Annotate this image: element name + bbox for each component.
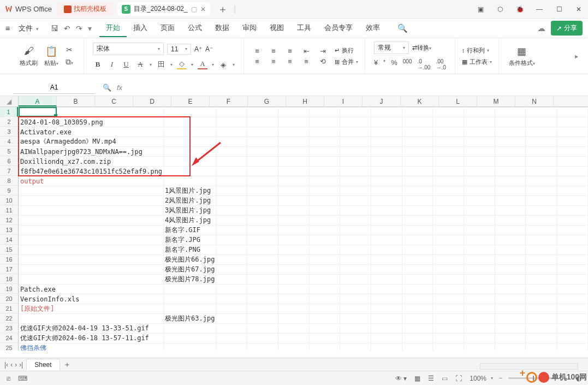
cell-E9[interactable]: [278, 186, 309, 196]
spreadsheet-grid[interactable]: ◢ ABCDEFGHIJKLMN 12345678910111213141516…: [0, 96, 588, 351]
cell-F1[interactable]: [309, 108, 340, 117]
cell-L23[interactable]: [495, 324, 526, 334]
cell-N1[interactable]: [557, 108, 588, 117]
transform-button[interactable]: ⇄转换▾: [412, 44, 431, 52]
cell-M8[interactable]: [526, 176, 557, 186]
col-header-C[interactable]: C: [95, 96, 133, 106]
cell-J24[interactable]: [433, 334, 464, 343]
cell-B1[interactable]: [164, 108, 216, 117]
cell-I1[interactable]: [402, 108, 433, 117]
cell-G11[interactable]: [340, 206, 371, 216]
cell-G4[interactable]: [340, 137, 371, 147]
cell-H14[interactable]: [371, 235, 402, 245]
cell-B11[interactable]: 3风景图片.jpg: [164, 206, 216, 216]
tab-view[interactable]: 视图: [263, 20, 290, 37]
col-header-M[interactable]: M: [477, 96, 515, 106]
cell-D5[interactable]: [247, 147, 278, 157]
rowcol-button[interactable]: ↕行和列▾: [462, 46, 492, 55]
col-header-J[interactable]: J: [363, 96, 401, 106]
cell-E3[interactable]: [278, 127, 309, 137]
cell-F8[interactable]: [309, 176, 340, 186]
cell-K23[interactable]: [464, 324, 495, 334]
cell-N9[interactable]: [557, 186, 588, 196]
cell-E12[interactable]: [278, 216, 309, 226]
col-header-K[interactable]: K: [401, 96, 439, 106]
save-icon[interactable]: 🖫: [51, 24, 58, 33]
cell-D21[interactable]: [247, 304, 278, 314]
cell-H10[interactable]: [371, 196, 402, 206]
cell-F13[interactable]: [309, 226, 340, 235]
cell-K16[interactable]: [464, 255, 495, 265]
cell-H24[interactable]: [371, 334, 402, 343]
cell-M11[interactable]: [526, 206, 557, 216]
cell-N5[interactable]: [557, 147, 588, 157]
undo-icon[interactable]: ↶: [64, 24, 70, 33]
cell-L9[interactable]: [495, 186, 526, 196]
horizontal-scrollbar[interactable]: [480, 363, 578, 370]
cell-J18[interactable]: [433, 275, 464, 285]
cell-N11[interactable]: [557, 206, 588, 216]
col-header-N[interactable]: N: [515, 96, 554, 106]
cell-D3[interactable]: [247, 127, 278, 137]
cell-H20[interactable]: [371, 294, 402, 304]
cell-H3[interactable]: [371, 127, 402, 137]
cell-I4[interactable]: [402, 137, 433, 147]
row-header-12[interactable]: 12: [0, 215, 18, 225]
cell-A6[interactable]: Doxilliondq_xz7.com.zip: [19, 157, 164, 167]
cell-F5[interactable]: [309, 147, 340, 157]
cell-I2[interactable]: [402, 117, 433, 127]
cell-C3[interactable]: [216, 127, 247, 137]
cell-B25[interactable]: [164, 343, 216, 351]
cell-I6[interactable]: [402, 157, 433, 167]
cell-D22[interactable]: [247, 314, 278, 324]
row-header-19[interactable]: 19: [0, 284, 18, 294]
cell-A21[interactable]: [原始文件]: [19, 304, 164, 314]
cell-N16[interactable]: [557, 255, 588, 265]
cell-K5[interactable]: [464, 147, 495, 157]
cell-M24[interactable]: [526, 334, 557, 343]
cell-A11[interactable]: [19, 206, 164, 216]
row-header-9[interactable]: 9: [0, 186, 18, 196]
cell-J22[interactable]: [433, 314, 464, 324]
cell-N12[interactable]: [557, 216, 588, 226]
cell-B23[interactable]: [164, 324, 216, 334]
cell-C15[interactable]: [216, 245, 247, 255]
cell-H12[interactable]: [371, 216, 402, 226]
cell-E5[interactable]: [278, 147, 309, 157]
cell-H4[interactable]: [371, 137, 402, 147]
cell-M18[interactable]: [526, 275, 557, 285]
cell-A12[interactable]: [19, 216, 164, 226]
col-header-D[interactable]: D: [133, 96, 171, 106]
cell-H8[interactable]: [371, 176, 402, 186]
font-color-button[interactable]: A: [198, 60, 207, 69]
cell-B7[interactable]: [164, 167, 216, 176]
cell-D16[interactable]: [247, 255, 278, 265]
cell-L1[interactable]: [495, 108, 526, 117]
template-tab[interactable]: 找稻壳模板: [57, 2, 113, 16]
cell-K11[interactable]: [464, 206, 495, 216]
row-header-15[interactable]: 15: [0, 245, 18, 254]
tab-page[interactable]: 页面: [154, 20, 181, 37]
cell-G8[interactable]: [340, 176, 371, 186]
col-header-G[interactable]: G: [248, 96, 286, 106]
cell-N15[interactable]: [557, 245, 588, 255]
format-brush-button[interactable]: 🖌格式刷: [16, 45, 41, 67]
cell-K13[interactable]: [464, 226, 495, 235]
cell-L3[interactable]: [495, 127, 526, 137]
cell-G10[interactable]: [340, 196, 371, 206]
cell-G12[interactable]: [340, 216, 371, 226]
cell-C8[interactable]: [216, 176, 247, 186]
cell-F19[interactable]: [309, 285, 340, 294]
cell-K17[interactable]: [464, 265, 495, 275]
cell-L8[interactable]: [495, 176, 526, 186]
cell-K14[interactable]: [464, 235, 495, 245]
row-header-14[interactable]: 14: [0, 235, 18, 245]
tab-start[interactable]: 开始: [99, 20, 127, 37]
cell-L16[interactable]: [495, 255, 526, 265]
cell-J20[interactable]: [433, 294, 464, 304]
row-header-21[interactable]: 21: [0, 304, 18, 313]
cell-C18[interactable]: [216, 275, 247, 285]
cell-D17[interactable]: [247, 265, 278, 275]
cells-area[interactable]: 2024-01-08_103059.pngActivator.exeaespa《…: [19, 107, 588, 351]
cell-I3[interactable]: [402, 127, 433, 137]
